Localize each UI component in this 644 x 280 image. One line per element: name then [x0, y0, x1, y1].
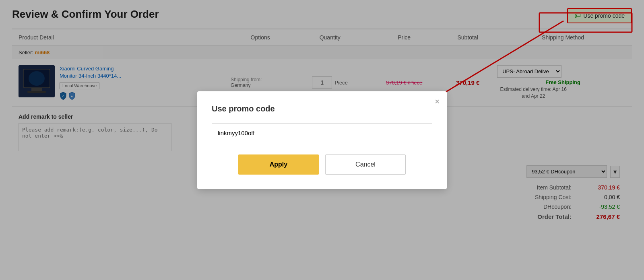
promo-modal: × Use promo code Apply Cancel [197, 91, 447, 189]
modal-title: Use promo code [212, 104, 432, 113]
promo-code-input[interactable] [212, 123, 432, 143]
modal-buttons: Apply Cancel [212, 154, 432, 175]
modal-overlay[interactable]: × Use promo code Apply Cancel [0, 0, 644, 235]
cancel-button[interactable]: Cancel [325, 154, 406, 175]
apply-button[interactable]: Apply [238, 154, 319, 175]
modal-close-button[interactable]: × [435, 97, 440, 106]
